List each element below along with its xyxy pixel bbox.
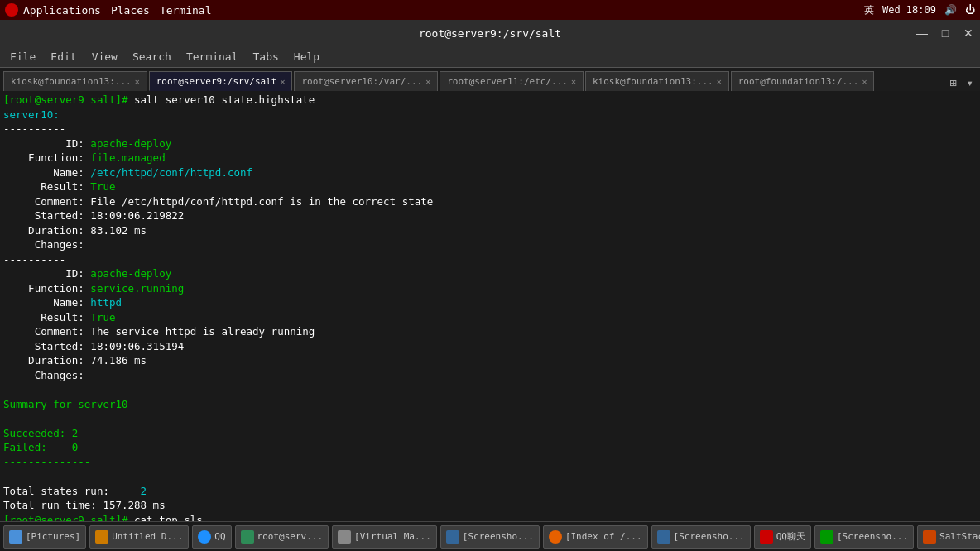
terminal-command-1: salt server10 state.highstate <box>134 93 315 106</box>
window-title: root@server9:/srv/salt <box>419 27 561 40</box>
scroll-tabs-icon[interactable]: ⊞ <box>946 74 959 91</box>
terminal-summary-header: Summary for server10 <box>3 398 128 410</box>
text-icon <box>95 530 108 544</box>
terminal-prompt-2: [root@server9 salt]# <box>3 514 134 522</box>
terminal-menu[interactable]: Terminal <box>160 4 212 17</box>
tab-label: root@server11:/etc/... <box>447 76 568 87</box>
chevron-down-icon[interactable]: ▾ <box>963 74 977 91</box>
taskbar-label-saltstack: SaltStack... <box>939 531 980 542</box>
taskbar-label-screenshot3: [Screensho... <box>837 531 908 542</box>
firefox-icon <box>549 530 562 544</box>
menu-file[interactable]: File <box>3 49 42 65</box>
terminal-total-states: Total states run: 2 <box>3 485 147 497</box>
tab-5[interactable]: root@foundation13:/... ✕ <box>731 71 875 91</box>
menu-search[interactable]: Search <box>126 49 178 65</box>
virtual-icon <box>338 530 351 544</box>
terminal-separator-1: ---------- <box>3 122 65 135</box>
terminal-summary-sep2: -------------- <box>3 456 90 468</box>
menu-terminal[interactable]: Terminal <box>180 49 245 65</box>
taskbar-label-qq: QQ <box>214 531 225 542</box>
system-bar-right: 英 Wed 18:09 🔊 ⏻ <box>864 3 975 17</box>
volume-icon[interactable]: 🔊 <box>944 4 957 16</box>
taskbar-label-screenshot1: [Screensho... <box>463 531 534 542</box>
terminal-output-id1: ID: apache-deploy <box>3 137 171 150</box>
tab-close-0[interactable]: ✕ <box>135 77 140 86</box>
terminal-summary-sep1: -------------- <box>3 412 90 424</box>
taskbar-item-index[interactable]: [Index of /... <box>543 525 648 549</box>
terminal-output-name2: Name: httpd <box>3 296 122 309</box>
taskbar-item-screenshot2[interactable]: [Screensho... <box>651 525 751 549</box>
tab-close-1[interactable]: ✕ <box>280 77 285 86</box>
tab-close-4[interactable]: ✕ <box>717 77 722 86</box>
system-logo <box>5 3 18 17</box>
files-icon <box>9 530 22 544</box>
clock: Wed 18:09 <box>882 4 936 16</box>
menu-help[interactable]: Help <box>287 49 326 65</box>
terminal-output-duration1: Duration: 83.102 ms <box>3 224 147 237</box>
taskbar-label-virtual: [Virtual Ma... <box>354 531 431 542</box>
terminal-output-comment2: Comment: The service httpd is already ru… <box>3 325 315 338</box>
taskbar-label-untitled: Untitled D... <box>112 531 183 542</box>
places-menu[interactable]: Places <box>111 4 150 17</box>
terminal-total-runtime: Total run time: 157.288 ms <box>3 499 166 511</box>
terminal-output-started1: Started: 18:09:06.219822 <box>3 209 184 222</box>
terminal-failed: Failed: 0 <box>3 441 78 453</box>
title-bar: root@server9:/srv/salt — □ ✕ <box>0 20 980 46</box>
terminal-command-2: cat top.sls <box>134 514 203 522</box>
tab-2[interactable]: root@server10:/var/... ✕ <box>294 71 438 91</box>
taskbar-item-screenshot3[interactable]: [Screensho... <box>814 525 914 549</box>
taskbar-item-untitled[interactable]: Untitled D... <box>89 525 189 549</box>
qq-chat-icon <box>760 530 773 544</box>
menu-view[interactable]: View <box>85 49 124 65</box>
minimize-button[interactable]: — <box>910 20 934 46</box>
terminal-output-id2: ID: apache-deploy <box>3 267 171 280</box>
terminal-output-result2: Result: True <box>3 311 115 323</box>
terminal-output-server: server10: <box>3 108 60 121</box>
tab-close-5[interactable]: ✕ <box>862 77 867 86</box>
tab-label: kiosk@foundation13:... <box>11 76 132 87</box>
terminal-output-result1: Result: True <box>3 180 115 193</box>
terminal-output-name1: Name: /etc/httpd/conf/httpd.conf <box>3 166 252 179</box>
applications-menu[interactable]: Applications <box>23 4 101 17</box>
terminal-separator-2: ---------- <box>3 253 65 266</box>
taskbar-label-terminal: root@serv... <box>257 531 323 542</box>
tab-label: root@server10:/var/... <box>301 76 422 87</box>
tab-label: root@foundation13:/... <box>738 76 859 87</box>
terminal-output-comment1: Comment: File /etc/httpd/conf/httpd.conf… <box>3 195 433 208</box>
tab-1[interactable]: root@server9:/srv/salt ✕ <box>149 71 293 91</box>
terminal-content[interactable]: [root@server9 salt]# salt server10 state… <box>0 91 980 521</box>
language-indicator: 英 <box>864 3 874 17</box>
tab-close-3[interactable]: ✕ <box>571 77 576 86</box>
screenshot-icon-2 <box>657 530 670 544</box>
taskbar-item-qq-chat[interactable]: QQ聊天 <box>754 525 811 549</box>
tab-label: root@server9:/srv/salt <box>156 76 277 87</box>
screenshot-icon-3 <box>820 530 833 544</box>
tabs-bar: kiosk@foundation13:... ✕ root@server9:/s… <box>0 68 980 91</box>
system-bar: Applications Places Terminal 英 Wed 18:09… <box>0 0 980 20</box>
taskbar-item-virtual[interactable]: [Virtual Ma... <box>332 525 437 549</box>
taskbar-item-qq[interactable]: QQ <box>192 525 231 549</box>
screenshot-icon-1 <box>446 530 459 544</box>
tab-3[interactable]: root@server11:/etc/... ✕ <box>440 71 584 91</box>
window-controls: — □ ✕ <box>910 20 980 46</box>
tab-0[interactable]: kiosk@foundation13:... ✕ <box>3 71 147 91</box>
tabs-end: ⊞ ▾ <box>946 74 977 91</box>
tab-4[interactable]: kiosk@foundation13:... ✕ <box>585 71 729 91</box>
taskbar-label-index: [Index of /... <box>565 531 642 542</box>
taskbar: [Pictures] Untitled D... QQ root@serv...… <box>0 521 980 551</box>
taskbar-item-terminal[interactable]: root@serv... <box>235 525 329 549</box>
maximize-button[interactable]: □ <box>934 20 957 46</box>
taskbar-label-screenshot2: [Screensho... <box>674 531 745 542</box>
taskbar-item-pictures[interactable]: [Pictures] <box>3 525 86 549</box>
power-icon[interactable]: ⏻ <box>965 4 975 16</box>
close-button[interactable]: ✕ <box>957 20 980 46</box>
terminal-succeeded: Succeeded: 2 <box>3 427 78 439</box>
tab-close-2[interactable]: ✕ <box>425 77 430 86</box>
taskbar-label-qq-chat: QQ聊天 <box>776 530 805 543</box>
terminal-output-duration2: Duration: 74.186 ms <box>3 354 147 367</box>
menu-tabs[interactable]: Tabs <box>247 49 286 65</box>
taskbar-item-screenshot1[interactable]: [Screensho... <box>440 525 540 549</box>
menu-edit[interactable]: Edit <box>44 49 83 65</box>
terminal-output-changes1: Changes: <box>3 238 84 251</box>
taskbar-item-saltstack[interactable]: SaltStack... <box>917 525 980 549</box>
